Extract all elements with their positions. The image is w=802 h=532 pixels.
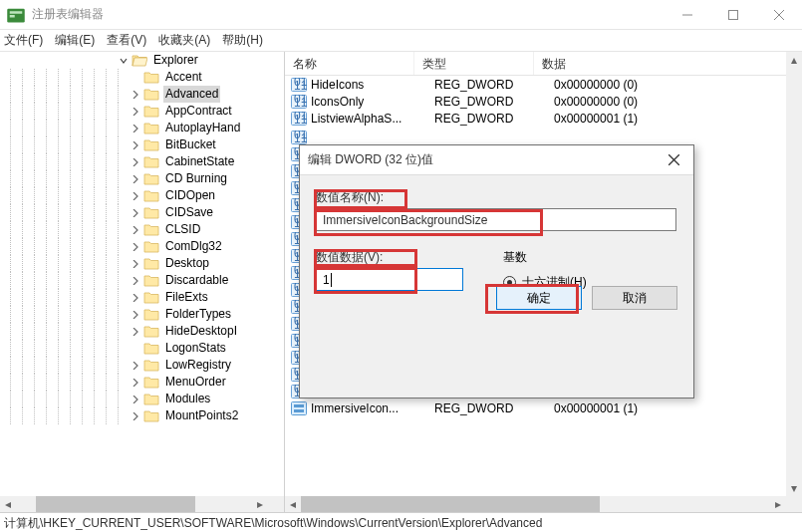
tree-item-label: AutoplayHand xyxy=(163,120,242,136)
chevron-right-icon[interactable] xyxy=(130,328,141,336)
chevron-right-icon[interactable] xyxy=(130,209,141,217)
tree-item-label: CabinetState xyxy=(163,153,236,170)
tree-item[interactable]: BitBucket xyxy=(0,136,284,153)
tree-item[interactable]: AppContract xyxy=(0,103,284,120)
tree-h-scrollbar[interactable]: ◂ ▸ xyxy=(0,496,268,512)
chevron-right-icon[interactable] xyxy=(130,396,141,403)
chevron-right-icon[interactable] xyxy=(130,175,141,183)
reg-dword-icon: 011110 xyxy=(291,131,307,144)
chevron-down-icon[interactable] xyxy=(118,57,130,65)
chevron-right-icon[interactable] xyxy=(130,141,141,149)
tree-item-label: CD Burning xyxy=(163,170,229,187)
tree-item[interactable]: CLSID xyxy=(0,221,284,238)
tree-item[interactable]: Accent xyxy=(0,69,284,86)
chevron-right-icon[interactable] xyxy=(130,192,141,200)
tree-item[interactable]: Advanced xyxy=(0,86,284,103)
tree-item-label: MountPoints2 xyxy=(163,407,240,424)
cell-data: 0x00000000 (0) xyxy=(546,78,802,92)
col-name[interactable]: 名称 xyxy=(285,52,414,75)
chevron-right-icon[interactable] xyxy=(130,379,141,387)
folder-open-icon xyxy=(132,54,147,67)
value-name-label: 数值名称(N): xyxy=(316,189,677,206)
chevron-right-icon[interactable] xyxy=(130,226,141,234)
chevron-right-icon[interactable] xyxy=(130,108,141,116)
cell-name: HideIcons xyxy=(311,78,426,92)
dialog-close-button[interactable] xyxy=(654,145,693,175)
chevron-right-icon[interactable] xyxy=(130,125,141,133)
svg-text:110: 110 xyxy=(294,113,307,126)
tree-h-scroll-thumb[interactable] xyxy=(36,496,195,512)
menu-file[interactable]: 文件(F) xyxy=(4,32,43,49)
tree-item[interactable]: ComDlg32 xyxy=(0,238,284,255)
cell-name: ImmersiveIcon... xyxy=(311,401,426,415)
chevron-right-icon[interactable] xyxy=(130,362,141,370)
chevron-right-icon[interactable] xyxy=(130,243,141,251)
tree-item[interactable]: CabinetState xyxy=(0,153,284,170)
chevron-right-icon[interactable] xyxy=(130,158,141,166)
ok-button[interactable]: 确定 xyxy=(496,286,582,310)
tree-item[interactable]: HideDesktopI xyxy=(0,323,284,340)
list-v-scrollbar[interactable]: ▴ ▾ xyxy=(786,52,802,496)
value-data-input[interactable]: 1 xyxy=(316,268,463,291)
value-data-label: 数值数据(V): xyxy=(316,249,463,266)
tree-item[interactable]: FileExts xyxy=(0,289,284,306)
tree-item[interactable]: MountPoints2 xyxy=(0,407,284,424)
tree-item-label: Explorer xyxy=(151,52,200,69)
folder-icon xyxy=(143,257,159,270)
folder-icon xyxy=(143,223,159,236)
tree-item[interactable]: Desktop xyxy=(0,255,284,272)
tree-item-label: LowRegistry xyxy=(163,357,233,374)
minimize-button[interactable] xyxy=(665,0,710,30)
maximize-button[interactable] xyxy=(710,0,756,30)
menu-favorites[interactable]: 收藏夹(A) xyxy=(158,32,210,49)
tree-item[interactable]: Discardable xyxy=(0,272,284,289)
svg-rect-2 xyxy=(10,15,15,18)
reg-dword-icon: 011110 xyxy=(291,95,307,109)
col-type[interactable]: 类型 xyxy=(414,52,534,75)
dialog-titlebar[interactable]: 编辑 DWORD (32 位)值 xyxy=(300,145,693,175)
tree-item[interactable]: CIDOpen xyxy=(0,187,284,204)
chevron-right-icon[interactable] xyxy=(130,91,141,99)
folder-icon xyxy=(143,359,159,372)
list-row[interactable]: ImmersiveIcon...REG_DWORD0x00000001 (1) xyxy=(285,399,786,416)
tree-item[interactable]: Modules xyxy=(0,391,284,407)
list-row[interactable]: 011110IconsOnlyREG_DWORD0x00000000 (0) xyxy=(285,93,802,110)
menu-view[interactable]: 查看(V) xyxy=(107,32,146,49)
tree-item[interactable]: LogonStats xyxy=(0,340,284,357)
tree-item[interactable]: MenuOrder xyxy=(0,374,284,391)
tree-item[interactable]: FolderTypes xyxy=(0,306,284,323)
list-row[interactable]: 011110ListviewAlphaS...REG_DWORD0x000000… xyxy=(285,110,802,127)
list-h-scrollbar[interactable]: ◂ ▸ xyxy=(285,496,786,512)
cell-data: 0x00000001 (1) xyxy=(546,401,786,415)
tree-item-label: CLSID xyxy=(163,221,202,238)
folder-icon xyxy=(143,409,159,422)
tree-item-label: HideDesktopI xyxy=(163,323,239,340)
chevron-right-icon[interactable] xyxy=(130,412,141,420)
menu-edit[interactable]: 编辑(E) xyxy=(55,32,95,49)
dialog-title: 编辑 DWORD (32 位)值 xyxy=(308,151,654,168)
value-name-input[interactable]: ImmersiveIconBackgroundSize xyxy=(316,208,676,231)
tree-item-root[interactable]: Explorer xyxy=(0,52,284,69)
edit-dword-dialog: 编辑 DWORD (32 位)值 数值名称(N): ImmersiveIconB… xyxy=(299,144,694,399)
tree-item[interactable]: CD Burning xyxy=(0,170,284,187)
close-button[interactable] xyxy=(756,0,802,30)
list-h-scroll-thumb[interactable] xyxy=(301,496,600,512)
chevron-right-icon[interactable] xyxy=(130,260,141,268)
chevron-right-icon[interactable] xyxy=(130,277,141,285)
tree-item[interactable]: AutoplayHand xyxy=(0,120,284,136)
tree-item-label: FileExts xyxy=(163,289,210,306)
chevron-right-icon[interactable] xyxy=(130,311,141,319)
menu-help[interactable]: 帮助(H) xyxy=(222,32,263,49)
tree-item-label: Discardable xyxy=(163,272,230,289)
tree-item-label: MenuOrder xyxy=(163,374,228,391)
chevron-right-icon[interactable] xyxy=(130,294,141,302)
cancel-button[interactable]: 取消 xyxy=(592,286,677,310)
svg-rect-1 xyxy=(10,11,23,14)
reg-dword-icon: 011110 xyxy=(291,112,307,126)
svg-rect-62 xyxy=(294,404,304,407)
svg-text:110: 110 xyxy=(294,132,307,144)
list-row[interactable]: 011110HideIconsREG_DWORD0x00000000 (0) xyxy=(285,76,802,93)
col-data[interactable]: 数据 xyxy=(534,52,802,75)
tree-item[interactable]: CIDSave xyxy=(0,204,284,221)
tree-item[interactable]: LowRegistry xyxy=(0,357,284,374)
